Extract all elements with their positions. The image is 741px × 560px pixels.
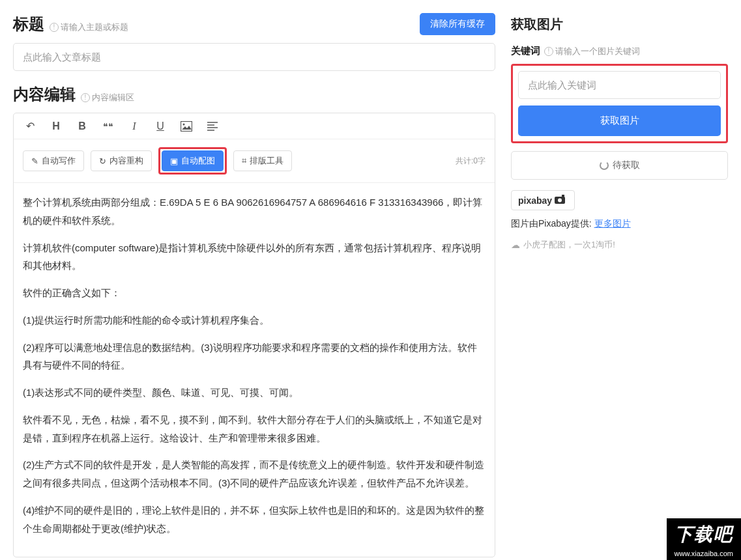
svg-point-1 — [183, 123, 185, 125]
watermark: 下载吧 www.xiazaiba.com — [667, 518, 741, 560]
keyword-hint: 请输入一个图片关键词 — [555, 46, 640, 57]
paragraph: 整个计算机系统由两部分组成：E.69DA 5 E 6 BA 9062616964… — [23, 193, 486, 230]
fetch-image-button[interactable]: 获取图片 — [518, 105, 721, 136]
refresh-icon: ↻ — [99, 156, 106, 166]
paragraph: (4)维护不同的硬件是旧的，理论上软件是旧的，并不坏，但实际上软件也是旧的和坏的… — [23, 501, 486, 538]
cloud-icon: ☁ — [511, 240, 520, 250]
undo-icon[interactable]: ↶ — [23, 120, 37, 132]
layout-icon: ⌗ — [242, 156, 246, 166]
camera-icon — [555, 195, 568, 206]
info-icon: ! — [81, 93, 90, 102]
svg-point-7 — [558, 199, 562, 203]
image-icon[interactable] — [179, 121, 194, 132]
action-toolbar: ✎ 自动写作 ↻ 内容重构 ▣ 自动配图 ⌗ 排版工具 共计:0字 — [14, 139, 495, 183]
title-heading: 标题 — [13, 14, 44, 35]
title-input[interactable] — [13, 43, 495, 71]
watermark-url: www.xiazaiba.com — [667, 548, 741, 560]
editor-hint: 内容编辑区 — [92, 92, 134, 104]
keyword-label: 关键词 — [511, 45, 540, 57]
underline-icon[interactable]: U — [153, 120, 167, 132]
credit-line: 图片由Pixabay提供: 更多图片 — [511, 218, 728, 230]
svg-rect-0 — [181, 121, 192, 131]
svg-rect-8 — [562, 195, 564, 197]
watermark-text: 下载吧 — [667, 518, 741, 548]
auto-write-button[interactable]: ✎ 自动写作 — [23, 150, 84, 171]
editor-content[interactable]: 整个计算机系统由两部分组成：E.69DA 5 E 6 BA 9062616964… — [14, 183, 495, 557]
editor-heading: 内容编辑 — [13, 84, 76, 105]
highlight-frame: ▣ 自动配图 — [158, 147, 227, 175]
title-header: 标题 ! 请输入主题或标题 清除所有缓存 — [13, 13, 495, 35]
editor-container: ↶ H B ❝❝ I U ✎ 自动写作 ↻ — [13, 113, 495, 557]
heading-icon[interactable]: H — [49, 120, 63, 132]
align-icon[interactable] — [205, 122, 220, 131]
pixabay-badge: pixabay — [511, 190, 575, 210]
quote-icon[interactable]: ❝❝ — [101, 121, 115, 132]
spinner-icon — [600, 161, 609, 170]
paragraph: 软件看不见，无色，枯燥，看不见，摸不到，闻不到。软件大部分存在于人们的头脑或纸上… — [23, 411, 486, 447]
title-hint: 请输入主题或标题 — [61, 21, 128, 33]
paragraph: 计算机软件(computer software)是指计算机系统中除硬件以外的所有… — [23, 239, 486, 275]
right-heading: 获取图片 — [511, 16, 728, 33]
pencil-icon: ✎ — [31, 156, 38, 166]
layout-tool-button[interactable]: ⌗ 排版工具 — [233, 150, 292, 171]
auto-image-button[interactable]: ▣ 自动配图 — [162, 150, 224, 171]
paragraph: (1)表达形式不同的硬件类型、颜色、味道、可见、可摸、可闻。 — [23, 384, 486, 402]
picture-icon: ▣ — [170, 156, 178, 166]
clear-cache-button[interactable]: 清除所有缓存 — [420, 13, 495, 35]
info-icon: ! — [544, 47, 553, 56]
tip-line: ☁ 小虎子配图，一次1淘币! — [511, 239, 728, 251]
content-restructure-button[interactable]: ↻ 内容重构 — [91, 150, 152, 171]
char-count: 共计:0字 — [456, 156, 486, 167]
format-toolbar: ↶ H B ❝❝ I U — [14, 113, 495, 139]
paragraph: (2)生产方式不同的软件是开发，是人类智能的高发挥，而不是传统意义上的硬件制造。… — [23, 456, 486, 492]
bold-icon[interactable]: B — [75, 120, 89, 132]
keyword-highlight-frame: 获取图片 — [511, 64, 728, 143]
status-pending: 待获取 — [511, 151, 728, 180]
info-icon: ! — [50, 23, 59, 32]
more-images-link[interactable]: 更多图片 — [594, 218, 631, 229]
paragraph: (2)程序可以满意地处理信息的数据结构。(3)说明程序功能要求和程序需要的文档的… — [23, 339, 486, 375]
paragraph: (1)提供运行时所需功能和性能的命令或计算机程序集合。 — [23, 311, 486, 329]
keyword-input[interactable] — [518, 71, 721, 99]
italic-icon[interactable]: I — [127, 120, 141, 132]
paragraph: 软件的正确含义如下： — [23, 284, 486, 302]
